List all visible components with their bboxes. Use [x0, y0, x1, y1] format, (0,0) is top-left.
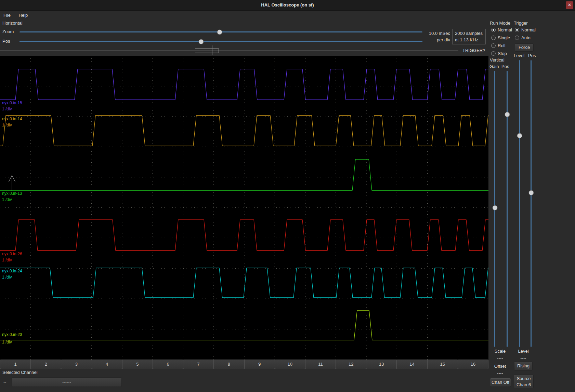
vertical-title: Vertical — [490, 57, 505, 63]
radio-auto[interactable]: Auto — [515, 35, 536, 43]
force-button[interactable]: Force — [515, 43, 534, 52]
per-div-value: 10.0 mSec — [424, 30, 450, 37]
zoom-label: Zoom — [2, 29, 14, 34]
record-strip-line — [0, 51, 458, 51]
gain-slider-handle[interactable] — [492, 205, 497, 210]
channel-button-2[interactable]: 2 — [30, 360, 61, 369]
channel-button-1[interactable]: 1 — [0, 360, 31, 369]
zoom-slider[interactable] — [19, 29, 422, 35]
vertical-pos-slider[interactable] — [504, 71, 510, 347]
channel-label: nyx.0.in-26 — [2, 252, 22, 256]
trigger-pos-slider-handle[interactable] — [528, 190, 534, 195]
trigger-source-line1: Source — [514, 376, 533, 382]
offset-label: Offset — [491, 364, 510, 369]
trigger-pos-slider[interactable] — [528, 60, 534, 347]
menubar: File Help — [0, 11, 575, 20]
level-label: Level — [514, 349, 532, 354]
per-div-readout: 10.0 mSec per div — [424, 30, 450, 43]
scope-svg[interactable]: nyx.0.in-151 /divnyx.0.in-141 /divnyx.0.… — [0, 56, 488, 360]
app-window: HAL Oscilloscope (on sf) ✕ File Help Hor… — [0, 0, 575, 392]
pos-slider-handle[interactable] — [199, 39, 204, 44]
channel-button-14[interactable]: 14 — [396, 360, 427, 369]
radio-label: Stop — [498, 51, 507, 56]
trigger-level-label: Level — [514, 53, 524, 58]
chan-off-button[interactable]: Chan Off — [490, 378, 511, 387]
channel-scale-label: 1 /div — [2, 197, 12, 202]
level-value: ---- — [514, 355, 532, 361]
radio-roll[interactable]: Roll — [491, 43, 512, 51]
run-mode-radios: NormalSingleRollStop — [491, 27, 512, 59]
channel-label: nyx.0.in-14 — [2, 117, 22, 121]
radio-icon[interactable] — [515, 28, 519, 32]
channel-button-4[interactable]: 4 — [92, 360, 122, 369]
scale-value: ---- — [491, 355, 509, 361]
close-icon[interactable]: ✕ — [566, 1, 573, 9]
channel-label: nyx.0.in-23 — [2, 332, 22, 337]
pos-slider[interactable] — [19, 39, 422, 44]
trigger-pos-label: Pos — [528, 53, 536, 58]
waveform-nyx.0.in-14 — [0, 116, 488, 146]
waveform-nyx.0.in-13 — [0, 159, 488, 190]
channel-button-10[interactable]: 10 — [275, 360, 305, 369]
gain-slider[interactable] — [492, 71, 498, 347]
channel-button-7[interactable]: 7 — [183, 360, 214, 369]
waveform-nyx.0.in-15 — [0, 69, 488, 100]
waveform-nyx.0.in-23 — [0, 310, 488, 340]
radio-label: Normal — [498, 27, 512, 32]
titlebar: HAL Oscilloscope (on sf) ✕ — [0, 0, 575, 11]
menu-file[interactable]: File — [0, 11, 14, 20]
channel-button-12[interactable]: 12 — [336, 360, 366, 369]
trigger-marker-icon[interactable] — [9, 175, 15, 191]
channel-button-6[interactable]: 6 — [153, 360, 183, 369]
channel-button-15[interactable]: 15 — [427, 360, 458, 369]
trigger-level-slider[interactable] — [517, 60, 522, 347]
horizontal-section-label: Horizontal — [2, 21, 23, 26]
menu-help[interactable]: Help — [15, 11, 31, 20]
scale-label: Scale — [491, 349, 509, 354]
radio-label: Auto — [521, 35, 531, 40]
channel-scale-label: 1 /div — [2, 258, 12, 262]
trigger-source-button[interactable]: Source Chan 6 — [514, 375, 534, 388]
channel-label: nyx.0.in-13 — [2, 191, 22, 196]
samples-rate: at 1.13 KHz — [455, 37, 483, 43]
offset-value: ---- — [491, 370, 510, 376]
channel-button-5[interactable]: 5 — [122, 360, 153, 369]
pos-label: Pos — [2, 39, 10, 44]
channel-buttons: 12345678910111213141516 — [0, 360, 488, 369]
channel-button-11[interactable]: 11 — [305, 360, 336, 369]
channel-button-16[interactable]: 16 — [458, 360, 488, 369]
channel-scale-label: 1 /div — [2, 107, 12, 111]
radio-label: Single — [498, 35, 510, 40]
zoom-slider-handle[interactable] — [217, 29, 222, 35]
channel-button-9[interactable]: 9 — [244, 360, 275, 369]
channel-scale-label: 1 /div — [2, 275, 12, 280]
radio-normal[interactable]: Normal — [515, 27, 536, 35]
trigger-position-tick — [212, 45, 212, 55]
run-mode-title: Run Mode — [490, 21, 510, 26]
channel-scale-label: 1 /div — [2, 340, 12, 344]
channel-button-13[interactable]: 13 — [366, 360, 397, 369]
radio-icon[interactable] — [491, 51, 496, 56]
sample-rate-box: 2000 samples at 1.13 KHz — [452, 29, 486, 44]
gain-label: Gain — [489, 64, 499, 69]
radio-icon[interactable] — [491, 36, 496, 40]
rising-button[interactable]: Rising — [514, 362, 533, 370]
vertical-pos-slider-handle[interactable] — [505, 112, 510, 117]
radio-single[interactable]: Single — [491, 35, 512, 43]
channel-button-3[interactable]: 3 — [61, 360, 92, 369]
channel-label: nyx.0.in-24 — [2, 269, 22, 273]
waveform-nyx.0.in-26 — [0, 220, 488, 251]
radio-icon[interactable] — [491, 28, 496, 32]
per-div-unit: per div — [424, 37, 450, 43]
trigger-level-slider-handle[interactable] — [517, 133, 522, 138]
radio-icon[interactable] — [515, 36, 519, 40]
radio-normal[interactable]: Normal — [491, 27, 512, 35]
radio-label: Roll — [498, 43, 505, 48]
trigger-radios: NormalAuto — [515, 27, 536, 43]
trigger-title: Trigger — [514, 21, 528, 26]
scope-display[interactable]: nyx.0.in-151 /divnyx.0.in-141 /divnyx.0.… — [0, 56, 488, 360]
radio-icon[interactable] — [491, 43, 496, 48]
selected-channel-detail[interactable]: ------ — [12, 377, 122, 387]
record-window-box[interactable] — [195, 49, 219, 53]
channel-button-8[interactable]: 8 — [213, 360, 244, 369]
